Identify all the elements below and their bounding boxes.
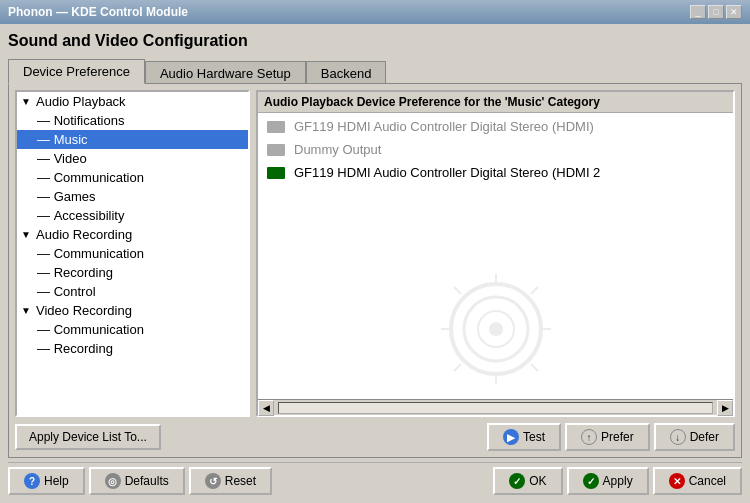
ok-button[interactable]: ✓ OK xyxy=(493,467,562,495)
page-title: Sound and Video Configuration xyxy=(8,32,742,50)
prefer-icon: ↑ xyxy=(581,429,597,445)
tab-device-preference[interactable]: Device Preference xyxy=(8,59,145,84)
tab-bar: Device Preference Audio Hardware Setup B… xyxy=(8,58,742,83)
tree-item-video[interactable]: — Video xyxy=(17,149,248,168)
bottom-button-row: Apply Device List To... ▶ Test ↑ Prefer … xyxy=(15,423,735,451)
speaker-watermark xyxy=(258,258,733,399)
scroll-right-button[interactable]: ▶ xyxy=(717,400,733,416)
device-action-buttons: ▶ Test ↑ Prefer ↓ Defer xyxy=(487,423,735,451)
tree-item-communication-ar[interactable]: — Communication xyxy=(17,244,248,263)
device-item-2[interactable]: GF119 HDMI Audio Controller Digital Ster… xyxy=(258,161,733,184)
tree-item-notifications[interactable]: — Notifications xyxy=(17,111,248,130)
maximize-button[interactable]: □ xyxy=(708,5,724,19)
minimize-button[interactable]: _ xyxy=(690,5,706,19)
tree-group-video-recording[interactable]: ▼ Video Recording xyxy=(17,301,248,320)
horizontal-scrollbar[interactable]: ◀ ▶ xyxy=(258,399,733,415)
help-icon: ? xyxy=(24,473,40,489)
apply-button[interactable]: ✓ Apply xyxy=(567,467,649,495)
cancel-icon: ✕ xyxy=(669,473,685,489)
expander-icon: ▼ xyxy=(21,229,33,240)
defaults-icon: ◎ xyxy=(105,473,121,489)
device-icon-1 xyxy=(266,143,286,157)
tree-item-communication-vr[interactable]: — Communication xyxy=(17,320,248,339)
footer-bar: ? Help ◎ Defaults ↺ Reset ✓ OK ✓ Apply ✕ xyxy=(8,462,742,495)
window-body: Sound and Video Configuration Device Pre… xyxy=(0,24,750,503)
tree-group-audio-playback[interactable]: ▼ Audio Playback xyxy=(17,92,248,111)
main-panel: ▼ Audio Playback — Notifications — Music… xyxy=(8,83,742,458)
defaults-button[interactable]: ◎ Defaults xyxy=(89,467,185,495)
close-button[interactable]: ✕ xyxy=(726,5,742,19)
prefer-button[interactable]: ↑ Prefer xyxy=(565,423,650,451)
svg-line-5 xyxy=(531,287,538,294)
svg-line-9 xyxy=(454,364,461,371)
apply-device-list-button[interactable]: Apply Device List To... xyxy=(15,424,161,450)
tree-panel[interactable]: ▼ Audio Playback — Notifications — Music… xyxy=(15,90,250,417)
right-panel: Audio Playback Device Preference for the… xyxy=(256,90,735,417)
device-item-1[interactable]: Dummy Output xyxy=(258,138,733,161)
svg-point-3 xyxy=(489,322,503,336)
svg-line-7 xyxy=(531,364,538,371)
window-controls: _ □ ✕ xyxy=(690,5,742,19)
title-bar: Phonon — KDE Control Module _ □ ✕ xyxy=(0,0,750,24)
footer-right-buttons: ✓ OK ✓ Apply ✕ Cancel xyxy=(493,467,742,495)
device-icon-0 xyxy=(266,120,286,134)
tree-item-recording-vr[interactable]: — Recording xyxy=(17,339,248,358)
apply-icon: ✓ xyxy=(583,473,599,489)
expander-icon: ▼ xyxy=(21,96,33,107)
device-item-0[interactable]: GF119 HDMI Audio Controller Digital Ster… xyxy=(258,115,733,138)
cancel-button[interactable]: ✕ Cancel xyxy=(653,467,742,495)
reset-button[interactable]: ↺ Reset xyxy=(189,467,272,495)
play-icon: ▶ xyxy=(503,429,519,445)
scroll-track[interactable] xyxy=(278,402,713,414)
reset-icon: ↺ xyxy=(205,473,221,489)
scroll-left-button[interactable]: ◀ xyxy=(258,400,274,416)
window-title: Phonon — KDE Control Module xyxy=(8,5,188,19)
test-button[interactable]: ▶ Test xyxy=(487,423,561,451)
defer-button[interactable]: ↓ Defer xyxy=(654,423,735,451)
tree-group-audio-recording[interactable]: ▼ Audio Recording xyxy=(17,225,248,244)
tree-item-music[interactable]: — Music xyxy=(17,130,248,149)
tree-item-communication-ap[interactable]: — Communication xyxy=(17,168,248,187)
content-area: ▼ Audio Playback — Notifications — Music… xyxy=(15,90,735,417)
defer-icon: ↓ xyxy=(670,429,686,445)
tree-item-games[interactable]: — Games xyxy=(17,187,248,206)
svg-line-11 xyxy=(454,287,461,294)
ok-icon: ✓ xyxy=(509,473,525,489)
tree-item-control[interactable]: — Control xyxy=(17,282,248,301)
tree-item-accessibility[interactable]: — Accessibility xyxy=(17,206,248,225)
device-list: GF119 HDMI Audio Controller Digital Ster… xyxy=(258,113,733,258)
device-icon-2 xyxy=(266,166,286,180)
tree-item-recording-ar[interactable]: — Recording xyxy=(17,263,248,282)
right-panel-header: Audio Playback Device Preference for the… xyxy=(258,92,733,113)
expander-icon: ▼ xyxy=(21,305,33,316)
speaker-icon xyxy=(436,269,556,389)
footer-left-buttons: ? Help ◎ Defaults ↺ Reset xyxy=(8,467,272,495)
help-button[interactable]: ? Help xyxy=(8,467,85,495)
